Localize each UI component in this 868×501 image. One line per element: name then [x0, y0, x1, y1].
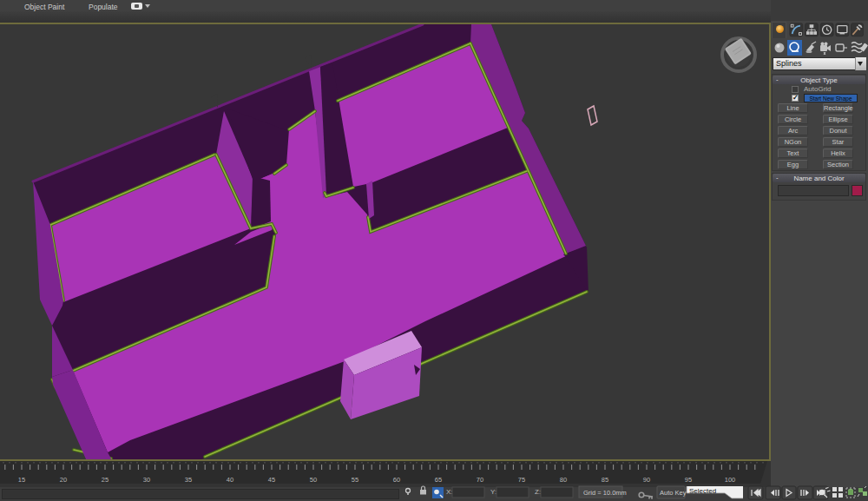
svg-text:30: 30 [143, 476, 150, 484]
svg-text:Auto Key: Auto Key [660, 489, 687, 497]
svg-text:50: 50 [310, 476, 317, 484]
svg-text:55: 55 [352, 476, 358, 484]
svg-text:35: 35 [185, 476, 192, 484]
svg-text:25: 25 [102, 476, 108, 484]
svg-text:Selected: Selected [689, 487, 716, 495]
svg-text:Grid = 10.0mm: Grid = 10.0mm [583, 489, 627, 497]
svg-text:X:: X: [446, 488, 453, 496]
svg-text:15: 15 [18, 476, 25, 484]
svg-text:45: 45 [268, 476, 275, 484]
svg-text:40: 40 [227, 476, 233, 484]
svg-text:Y:: Y: [490, 488, 496, 496]
svg-text:Z:: Z: [535, 488, 541, 496]
svg-text:20: 20 [60, 476, 67, 484]
